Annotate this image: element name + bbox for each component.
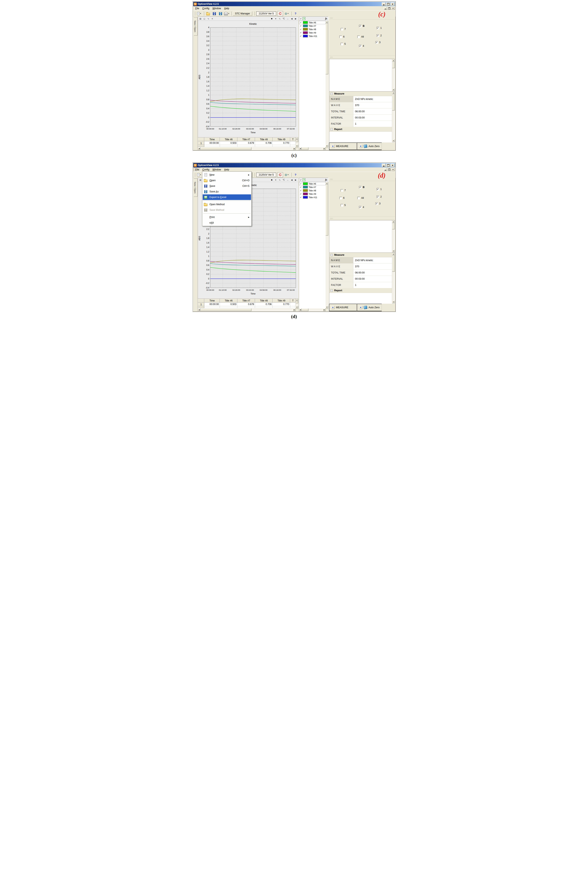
table-header-cell[interactable]: Title #9 xyxy=(273,137,290,141)
scroll-right-button[interactable]: ▶ xyxy=(293,308,296,311)
checkbox-checked[interactable]: ✓ xyxy=(376,34,379,37)
log-vertical-scrollbar[interactable]: ▲ ▼ xyxy=(392,220,395,252)
cell-checkbox-b[interactable]: ✓B xyxy=(359,24,364,27)
scrollbar-track[interactable] xyxy=(392,62,395,89)
chart-curve-icon[interactable]: ∿ xyxy=(278,17,281,20)
scroll-up-button[interactable]: ▲ xyxy=(296,299,298,301)
scroll-left-button[interactable]: ◀ xyxy=(198,147,201,150)
menu-item-open-method[interactable]: Open Method xyxy=(203,202,251,207)
scrollbar-track[interactable] xyxy=(201,308,293,311)
maximize-button[interactable] xyxy=(386,164,390,167)
chart-copy-icon[interactable]: ▤ xyxy=(199,178,202,181)
checkbox-unchecked[interactable] xyxy=(340,43,343,45)
table-header-cell[interactable] xyxy=(198,299,204,302)
legend-vertical-scrollbar[interactable]: ▲ ▼ xyxy=(326,182,328,308)
checkbox-unchecked[interactable] xyxy=(339,197,342,199)
toolbar-grip[interactable] xyxy=(194,12,195,15)
settings-vertical-scrollbar[interactable]: ▲ ▼ xyxy=(392,253,395,303)
legend-item[interactable]: ✓Title #6 xyxy=(299,21,326,24)
legend-item[interactable]: ✓Title #7 xyxy=(299,24,326,27)
toolbar-grip[interactable] xyxy=(254,12,254,15)
menu-item-save-method[interactable]: Save Method xyxy=(203,207,251,213)
scroll-left-button[interactable]: ◀ xyxy=(290,17,293,20)
checkbox-unchecked[interactable] xyxy=(340,28,343,30)
scroll-left-button[interactable]: ◀ xyxy=(299,147,302,150)
scroll-right-button[interactable]: ▶ xyxy=(323,308,326,311)
table-header-cell[interactable]: Title #8 xyxy=(255,299,273,302)
measure-group-header[interactable]: − Measure xyxy=(330,253,392,257)
cell-checkbox-6[interactable]: 6 xyxy=(339,35,345,38)
scrollbar-track[interactable] xyxy=(392,94,395,139)
scrollbar-thumb[interactable] xyxy=(326,184,328,236)
measure-button[interactable]: ▶ MEASURE xyxy=(329,304,357,311)
scroll-up-button[interactable]: ▲ xyxy=(296,137,298,140)
menubar-item-help[interactable]: Help xyxy=(223,6,231,11)
checkbox-checked[interactable]: ✓ xyxy=(376,188,379,190)
help-button[interactable]: ? xyxy=(293,172,298,177)
chart-trace-icon[interactable]: ∿ xyxy=(207,17,210,20)
legend-item[interactable]: ✓Title #7 xyxy=(299,186,326,189)
table-header-cell[interactable]: Title #6 xyxy=(220,137,237,141)
table-row[interactable]: 100:00:000.5030.6790.7060.770 xyxy=(198,141,296,145)
close-button[interactable]: × xyxy=(390,2,395,6)
scroll-down-button[interactable]: ▼ xyxy=(392,89,395,91)
scroll-left-button[interactable]: ◀ xyxy=(290,178,293,181)
log-panel[interactable]: ▲ ▼ xyxy=(329,59,395,91)
mdi-minimize-button[interactable] xyxy=(384,168,387,171)
collapse-icon[interactable]: − xyxy=(331,93,333,95)
cell-checkbox-b[interactable]: ✓B xyxy=(359,186,364,189)
table-header-cell[interactable]: Time xyxy=(204,299,220,302)
minimize-button[interactable] xyxy=(382,164,386,167)
legend-horizontal-scrollbar[interactable]: ◀ ▶ xyxy=(299,308,326,311)
menu-item-print[interactable]: Print▶ xyxy=(203,214,251,220)
toolbar-grip[interactable] xyxy=(194,173,195,177)
auto-zero-button[interactable]: ▶ Auto Zero xyxy=(357,142,382,150)
checkbox-checked[interactable]: ✓ xyxy=(376,27,379,29)
legend-item[interactable]: ✓Title #8 xyxy=(299,189,326,192)
table-header-cell[interactable]: Title #7 xyxy=(237,299,255,302)
scrollbar-track[interactable] xyxy=(326,184,328,306)
menu-item-export-to-excel[interactable]: Export to Excel xyxy=(203,194,251,200)
property-value[interactable]: 1 xyxy=(353,282,392,288)
checkbox-checked[interactable]: ✓ xyxy=(376,196,379,198)
scrollbar-thumb[interactable] xyxy=(201,308,251,311)
log-panel[interactable]: ▲ ▼ xyxy=(329,220,395,252)
log-panel-header[interactable]: ∷∷ xyxy=(329,56,395,59)
scrollbar-track[interactable] xyxy=(392,223,395,250)
cell-checkbox-1[interactable]: ✓1 xyxy=(376,27,382,29)
scroll-up-button[interactable]: ▲ xyxy=(392,253,395,255)
table-header-cell[interactable]: T xyxy=(290,137,296,141)
new-document-button[interactable]: ▾ xyxy=(196,11,202,16)
mdi-close-button[interactable]: × xyxy=(391,168,395,171)
scrollbar-track[interactable] xyxy=(296,301,298,306)
table-header-cell[interactable]: Title #9 xyxy=(273,299,290,302)
legend-item[interactable]: ✓Title #6 xyxy=(299,182,326,186)
scrollbar-track[interactable] xyxy=(326,23,328,145)
table-horizontal-scrollbar[interactable]: ◀ ▶ xyxy=(198,147,296,150)
scrollbar-thumb[interactable] xyxy=(296,301,298,303)
instrument-combo[interactable]: 2120UV Ver 5 xyxy=(256,173,277,177)
scroll-up-button[interactable]: ▲ xyxy=(392,220,395,223)
cell-checkbox-5[interactable]: 5 xyxy=(340,204,346,207)
scrollbar-thumb[interactable] xyxy=(296,140,298,142)
chart-zoom-icon[interactable]: ◻ xyxy=(203,17,206,20)
cell-checkbox-all[interactable]: All xyxy=(357,196,364,199)
scroll-right-button[interactable]: ▶ xyxy=(293,147,296,150)
legend-vertical-scrollbar[interactable]: ▲ ▼ xyxy=(326,21,328,147)
scroll-down-button[interactable]: ▼ xyxy=(392,250,395,252)
cell-checkbox-6[interactable]: 6 xyxy=(339,196,345,199)
instrument-combo[interactable]: 2120UV Ver 5 xyxy=(256,11,277,16)
legend-item[interactable]: ✓Title #9 xyxy=(299,31,326,34)
check-icon[interactable]: ✓ xyxy=(300,18,302,20)
scrollbar-thumb[interactable] xyxy=(392,255,395,272)
legend-item[interactable]: ✓Title #11 xyxy=(299,196,326,199)
collapse-icon[interactable]: − xyxy=(331,128,333,130)
settings-button[interactable]: ⚙ ▾ xyxy=(284,172,289,177)
reconnect-button[interactable] xyxy=(277,172,283,177)
cell-checkbox-1[interactable]: ✓1 xyxy=(376,188,382,190)
scroll-down-button[interactable]: ▼ xyxy=(296,306,298,308)
menubar-item-window[interactable]: Window xyxy=(211,168,223,172)
menu-item-save-as[interactable]: Save As xyxy=(203,189,251,194)
legend-item[interactable]: ✓Title #8 xyxy=(299,27,326,31)
scrollbar-thumb[interactable] xyxy=(326,23,328,74)
